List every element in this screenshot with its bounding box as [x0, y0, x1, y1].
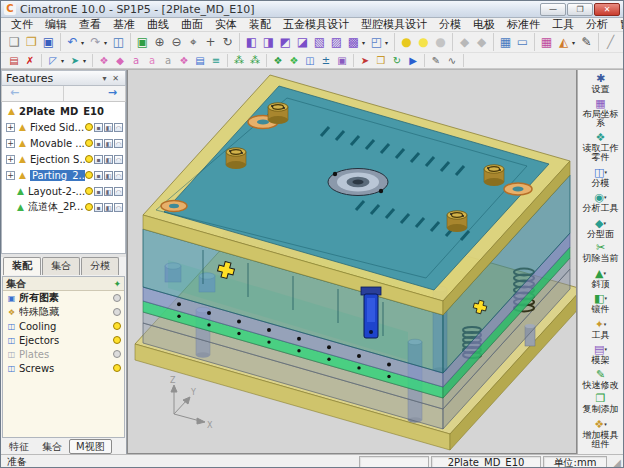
sets-filter-icon[interactable]: ✦ [113, 279, 121, 289]
set-row-plates[interactable]: ◫Plates [3, 347, 124, 361]
view-orientation-icon[interactable]: ◰ [368, 34, 385, 50]
rail-item-copy-add[interactable]: ❐复制添加 [579, 392, 623, 417]
display-mode-icon[interactable]: ▪ [94, 203, 103, 212]
measure-ruler-icon[interactable]: ▭ [514, 34, 531, 50]
redo-icon[interactable]: ↷ [87, 34, 104, 50]
screen-capture-icon[interactable]: ◫ [110, 34, 127, 50]
dropdown-arrow-icon[interactable]: ▾ [83, 57, 89, 64]
menu-parting[interactable]: 分模 [433, 18, 467, 32]
tree-item-layout[interactable]: ▲Layout-2-...▪◧◠ [2, 183, 125, 199]
menu-datum[interactable]: 基准 [107, 18, 141, 32]
perspective-mode-icon[interactable]: ▨ [328, 34, 345, 50]
delete-selection-icon[interactable]: ✗ [22, 54, 38, 67]
regenerate-icon[interactable]: ↻ [389, 54, 405, 67]
menu-file[interactable]: 文件 [5, 18, 39, 32]
quick-edit-icon[interactable]: ✎ [579, 369, 623, 381]
tree-item-fixed-side[interactable]: +▲Fixed Sid...▪◧◠ [2, 119, 125, 135]
add-mold-component-icon[interactable]: ❖▾ [579, 418, 623, 431]
data-box-icon[interactable]: ▣ [334, 54, 350, 67]
section-mode-icon[interactable]: ▧ [311, 34, 328, 50]
visibility-bulb-icon[interactable] [113, 322, 121, 330]
group-features-icon[interactable]: ◫ [302, 54, 318, 67]
latch-lock[interactable] [361, 287, 381, 338]
load-work-piece-icon[interactable]: ❖ [579, 132, 623, 144]
set-row-all-elements[interactable]: ▣所有图素 [3, 291, 124, 305]
walk-previous-icon[interactable]: ⁂ [231, 54, 247, 67]
visibility-bulb-icon[interactable] [85, 203, 93, 211]
expand-icon[interactable]: + [6, 171, 15, 180]
rail-item-analysis-tools[interactable]: ◉▾分析工具 [579, 190, 623, 216]
add-feature-icon[interactable]: ❖ [270, 54, 286, 67]
display-mode-icon[interactable]: ▪ [94, 171, 103, 180]
layout-ucs-icon[interactable]: ▦ [579, 98, 623, 110]
set-row-screws[interactable]: ◫Screws [3, 361, 124, 375]
menu-solid[interactable]: 实体 [209, 18, 243, 32]
rail-item-cooling-system[interactable]: ID▾冷却系统 [579, 452, 623, 455]
expand-icon[interactable]: + [6, 155, 15, 164]
next-feature-icon[interactable]: ◆ [473, 34, 490, 50]
menu-curve[interactable]: 曲线 [141, 18, 175, 32]
visibility-bulb-icon[interactable] [113, 364, 121, 372]
visibility-bulb-icon[interactable] [85, 123, 93, 131]
transparent-mode-icon[interactable]: ◪ [294, 34, 311, 50]
rail-item-settings[interactable]: ✱设置 [579, 72, 623, 97]
dropdown-arrow-icon[interactable]: ▾ [385, 39, 391, 46]
pick-filter-icon[interactable]: ➤ [67, 54, 83, 67]
drawing-icon[interactable]: ◧ [104, 139, 113, 148]
set-row-ejectors[interactable]: ◫Ejectors [3, 333, 124, 347]
suppress-icon[interactable]: ◠ [114, 187, 123, 196]
filter-datums-icon[interactable]: ❖ [176, 54, 192, 67]
sketch-line-2-icon[interactable]: ╱ [619, 34, 624, 50]
menu-edit[interactable]: 编辑 [39, 18, 73, 32]
visibility-bulb-icon[interactable] [113, 308, 121, 316]
render-display-icon[interactable]: ▣ [134, 34, 151, 50]
set-row-special-hidden[interactable]: ❖特殊隐藏 [3, 305, 124, 319]
filter-table-icon[interactable]: ▤ [192, 54, 208, 67]
cooling-system-icon[interactable]: ID▾ [579, 453, 623, 455]
rail-item-load-work-piece[interactable]: ❖读取工作零件 [579, 131, 623, 165]
suppress-icon[interactable]: ◠ [114, 123, 123, 132]
uv-sketcher-icon[interactable]: ✎ [428, 54, 444, 67]
dropdown-arrow-icon[interactable]: ▾ [604, 169, 607, 175]
new-file-icon[interactable]: ❑ [6, 34, 23, 50]
display-mode-icon[interactable]: ▪ [94, 187, 103, 196]
display-mode-icon[interactable]: ▪ [94, 155, 103, 164]
edit-feature-icon[interactable]: ❖ [286, 54, 302, 67]
3d-viewport[interactable]: Z Y X [127, 70, 577, 454]
maximize-button[interactable]: ❐ [567, 3, 593, 16]
drawing-icon[interactable]: ◧ [104, 187, 113, 196]
expand-icon[interactable]: + [6, 139, 15, 148]
sprue-bushing[interactable] [328, 169, 388, 196]
zoom-in-icon[interactable]: ⊕ [151, 34, 168, 50]
hidden-line-mode-icon[interactable]: ◩ [277, 34, 294, 50]
visibility-bulb-icon[interactable] [113, 294, 121, 302]
suppress-icon[interactable]: ◠ [114, 203, 123, 212]
menu-electrode[interactable]: 电极 [467, 18, 501, 32]
walk-next-icon[interactable]: ⁂ [247, 54, 263, 67]
expand-icon[interactable]: + [6, 123, 15, 132]
display-mode-icon[interactable]: ▪ [94, 139, 103, 148]
filter-surfaces-icon[interactable]: a [128, 54, 144, 67]
parting-icon[interactable]: ◫▾ [579, 166, 623, 179]
drawing-icon[interactable]: ◧ [104, 171, 113, 180]
show-all-bulb-icon[interactable]: ● [415, 34, 432, 50]
show-entities-bulb-icon[interactable]: ● [398, 34, 415, 50]
nav-forward-arrow-icon[interactable]: → [64, 86, 125, 101]
zoom-window-icon[interactable]: ⌖ [185, 34, 202, 50]
drawing-icon[interactable]: ◧ [104, 203, 113, 212]
dropdown-arrow-icon[interactable]: ▾ [604, 295, 607, 301]
filter-solids-icon[interactable]: a [144, 54, 160, 67]
save-file-icon[interactable]: ▣ [40, 34, 57, 50]
drawing-icon[interactable]: ◧ [104, 155, 113, 164]
tab-parting[interactable]: 分模 [81, 257, 119, 275]
rail-item-quick-edit[interactable]: ✎快速修改 [579, 368, 623, 393]
visibility-bulb-icon[interactable] [113, 336, 121, 344]
wireframe-mode-icon[interactable]: ◨ [260, 34, 277, 50]
dropdown-arrow-icon[interactable]: ▾ [603, 270, 606, 276]
menu-view[interactable]: 查看 [73, 18, 107, 32]
prev-feature-icon[interactable]: ◆ [456, 34, 473, 50]
rail-item-add-mold-component[interactable]: ❖▾增加模具组件 [579, 417, 623, 452]
pen-style-icon[interactable]: ✎ [578, 34, 595, 50]
rail-item-insert[interactable]: ◧▾镶件 [579, 291, 623, 317]
sketch-line-icon[interactable]: ╱ [602, 34, 619, 50]
